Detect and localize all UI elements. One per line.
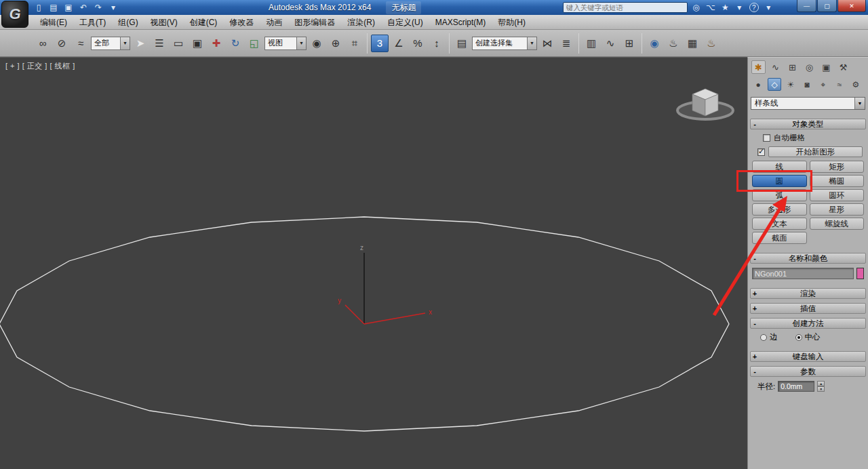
edge-radio[interactable] <box>760 334 767 341</box>
utilities-tab[interactable]: ⚒ <box>836 60 850 74</box>
menu-item[interactable]: 渲染(R) <box>341 15 381 30</box>
keyboard-shortcut-override-icon[interactable]: ⌗ <box>346 35 363 52</box>
start-new-shape-checkbox[interactable] <box>757 148 765 156</box>
section-button[interactable]: 截面 <box>752 232 807 244</box>
arc-button[interactable]: 弧 <box>752 189 807 201</box>
ngon-button[interactable]: 多边形 <box>752 203 807 216</box>
helix-button[interactable]: 螺旋线 <box>810 218 865 230</box>
menu-item[interactable]: 动画 <box>260 15 288 30</box>
quick-access-dropdown-icon[interactable]: ▾ <box>107 1 119 14</box>
lights-category-icon[interactable]: ☀ <box>784 78 797 91</box>
curve-editor-icon[interactable]: ∿ <box>601 35 619 52</box>
rollout-name-color[interactable]: - 名称和颜色 <box>750 253 866 264</box>
schematic-view-icon[interactable]: ⊞ <box>620 35 638 52</box>
angle-snap-toggle-icon[interactable]: ∠ <box>390 35 408 52</box>
rectangular-selection-region-icon[interactable]: ▭ <box>170 35 187 52</box>
star-button[interactable]: 星形 <box>810 203 865 216</box>
max-logo[interactable]: G <box>1 1 28 28</box>
select-object-icon[interactable]: ➤ <box>132 35 149 52</box>
select-and-rotate-icon[interactable]: ↻ <box>226 35 244 52</box>
ellipse-button[interactable]: 椭圆 <box>810 175 865 187</box>
viewport-label[interactable]: [ + ] [ 正交 ] [ 线框 ] <box>5 61 75 71</box>
favorites-star-icon[interactable]: ★ <box>721 2 730 13</box>
undo-icon[interactable]: ↶ <box>77 1 90 14</box>
window-crossing-toggle-icon[interactable]: ▣ <box>189 35 206 52</box>
help-caret-icon[interactable]: ▾ <box>764 2 773 13</box>
select-by-name-icon[interactable]: ☰ <box>151 35 168 52</box>
helpers-category-icon[interactable]: ⌖ <box>816 78 830 91</box>
rectangle-button[interactable]: 矩形 <box>810 161 865 173</box>
cameras-category-icon[interactable]: ◙ <box>800 78 814 91</box>
rollout-creation-method[interactable]: - 创建方法 <box>750 318 866 329</box>
autogrid-checkbox[interactable] <box>763 134 770 142</box>
circle-button[interactable]: 圆 <box>752 175 807 187</box>
geometry-category-icon[interactable]: ● <box>751 78 765 91</box>
select-and-move-icon[interactable]: ✚ <box>208 35 225 52</box>
radius-spinner-input[interactable] <box>778 381 814 392</box>
chevron-down-icon[interactable]: ▼ <box>120 37 130 49</box>
create-tab[interactable]: ✱ <box>751 60 766 74</box>
selection-filter-dropdown[interactable]: 全部▼ <box>91 37 130 50</box>
shape-type-dropdown[interactable]: 样条线 ▼ <box>751 97 865 110</box>
space-warps-category-icon[interactable]: ≈ <box>833 78 846 91</box>
menu-item[interactable]: 创建(C) <box>184 15 224 30</box>
named-selection-sets-dropdown[interactable]: 创建选择集▼ <box>472 37 537 50</box>
rollout-rendering[interactable]: + 渲染 <box>750 288 866 299</box>
donut-button[interactable]: 圆环 <box>810 189 865 201</box>
chevron-down-icon[interactable]: ▼ <box>527 37 536 49</box>
align-icon[interactable]: ≣ <box>557 35 575 52</box>
shapes-category-icon[interactable]: ◇ <box>768 78 781 91</box>
creation-center-option[interactable]: 中心 <box>795 332 821 342</box>
chevron-down-icon[interactable]: ▼ <box>854 98 865 109</box>
creation-edge-option[interactable]: 边 <box>760 332 778 342</box>
reference-coordinate-system-dropdown[interactable]: 视图▼ <box>264 37 307 50</box>
spinner-snap-toggle-icon[interactable]: ↕ <box>428 35 446 52</box>
rollout-parameters[interactable]: - 参数 <box>750 366 866 377</box>
menu-item[interactable]: 修改器 <box>223 15 260 30</box>
chevron-down-icon[interactable]: ▼ <box>296 37 306 49</box>
menu-item[interactable]: 工具(T) <box>73 15 112 30</box>
search-input[interactable] <box>563 2 688 13</box>
object-color-swatch[interactable] <box>856 268 864 279</box>
menu-item[interactable]: 自定义(U) <box>381 15 429 30</box>
menu-item[interactable]: MAXScript(M) <box>429 15 492 30</box>
bind-to-space-warp-icon[interactable]: ≈ <box>72 35 90 52</box>
display-tab[interactable]: ▣ <box>819 60 833 74</box>
menu-item[interactable]: 视图(V) <box>144 15 184 30</box>
select-and-link-icon[interactable]: ∞ <box>34 35 52 52</box>
menu-item[interactable]: 组(G) <box>112 15 144 30</box>
modify-tab[interactable]: ∿ <box>768 60 783 74</box>
material-editor-icon[interactable]: ◉ <box>646 35 663 52</box>
save-file-icon[interactable]: ▣ <box>62 1 75 14</box>
center-radio[interactable] <box>795 334 802 341</box>
render-setup-icon[interactable]: ♨ <box>665 35 682 52</box>
layer-manager-icon[interactable]: ▥ <box>583 35 600 52</box>
menu-item[interactable]: 编辑(E) <box>34 15 73 30</box>
line-button[interactable]: 线 <box>752 161 807 173</box>
menu-item[interactable]: 帮助(H) <box>492 15 532 30</box>
percent-snap-toggle-icon[interactable]: % <box>409 35 427 52</box>
systems-category-icon[interactable]: ⚙ <box>849 78 863 91</box>
use-pivot-point-center-icon[interactable]: ◉ <box>308 35 326 52</box>
unlink-selection-icon[interactable]: ⊘ <box>53 35 71 52</box>
restore-button[interactable]: ▢ <box>817 0 837 12</box>
search-binoculars-icon[interactable]: ◎ <box>692 2 701 13</box>
view-cube[interactable] <box>677 89 733 119</box>
spinner-down-icon[interactable]: ▼ <box>817 386 825 392</box>
help-icon[interactable]: ? <box>749 3 759 12</box>
hierarchy-tab[interactable]: ⊞ <box>785 60 800 74</box>
rollout-interpolation[interactable]: + 插值 <box>750 303 866 314</box>
close-button[interactable]: ✕ <box>837 0 866 12</box>
search-options-caret-icon[interactable]: ▾ <box>735 2 744 13</box>
snaps-toggle-3d-icon[interactable]: 3 <box>371 35 389 52</box>
select-and-scale-icon[interactable]: ◱ <box>245 35 263 52</box>
viewport[interactable]: [ + ] [ 正交 ] [ 线框 ] z x y <box>0 57 747 469</box>
motion-tab[interactable]: ◎ <box>802 60 816 74</box>
new-file-icon[interactable]: ▯ <box>33 1 45 14</box>
text-button[interactable]: 文本 <box>752 218 807 230</box>
edit-named-selection-sets-icon[interactable]: ▤ <box>453 35 471 52</box>
spinner-up-icon[interactable]: ▲ <box>817 381 825 386</box>
rollout-keyboard-entry[interactable]: + 键盘输入 <box>750 351 866 362</box>
rendered-frame-window-icon[interactable]: ▦ <box>684 35 701 52</box>
open-file-icon[interactable]: ▤ <box>47 1 60 14</box>
